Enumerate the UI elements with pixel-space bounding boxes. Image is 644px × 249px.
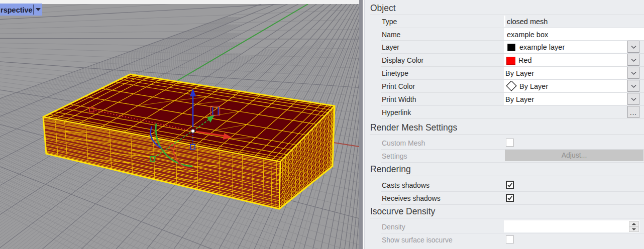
svg-text:rspective: rspective [1, 6, 33, 14]
